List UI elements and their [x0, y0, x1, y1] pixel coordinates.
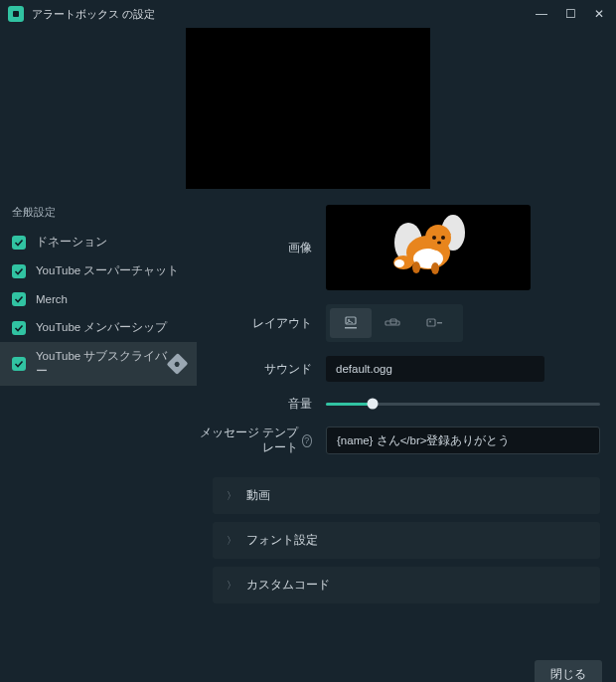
accordion-video[interactable]: 〉 動画 [213, 477, 600, 514]
checkbox-icon[interactable] [12, 292, 26, 306]
label-layout: レイアウト [197, 316, 326, 331]
sound-input[interactable] [326, 356, 544, 382]
svg-point-10 [412, 261, 420, 273]
content: 画像 [197, 195, 616, 650]
help-icon[interactable]: ? [302, 434, 312, 447]
accordion-custom-code[interactable]: 〉 カスタムコード [213, 567, 600, 603]
svg-point-9 [394, 259, 404, 267]
svg-point-6 [441, 236, 445, 240]
titlebar: アラートボックス の設定 — ☐ ✕ [0, 0, 616, 28]
sidebar-item-label: YouTube スーパーチャット [36, 263, 179, 278]
label-message-template: メッセージ テンプレート ? [197, 426, 326, 455]
checkbox-icon[interactable] [12, 236, 26, 250]
chevron-right-icon: 〉 [227, 489, 236, 503]
sidebar-item-youtube-membership[interactable]: YouTube メンバーシップ [0, 313, 197, 342]
sidebar-item-label: YouTube メンバーシップ [36, 320, 167, 335]
row-volume: 音量 [197, 396, 600, 412]
layout-option-side[interactable] [413, 308, 455, 338]
sidebar-item-label: Merch [36, 293, 68, 305]
sidebar-header: 全般設定 [0, 195, 197, 228]
svg-point-4 [425, 225, 451, 251]
sidebar-item-label: ドネーション [36, 235, 107, 250]
sidebar-item-youtube-subscriber[interactable]: YouTube サブスクライバー [0, 342, 197, 386]
svg-rect-17 [427, 319, 435, 326]
layout-option-top[interactable] [330, 308, 372, 338]
svg-rect-14 [345, 327, 357, 329]
window-title: アラートボックス の設定 [32, 7, 536, 22]
footer: 閉じる [0, 650, 616, 682]
row-message-template: メッセージ テンプレート ? [197, 426, 600, 455]
svg-point-11 [431, 262, 439, 274]
image-preview[interactable] [326, 205, 531, 290]
sidebar-item-youtube-superchat[interactable]: YouTube スーパーチャット [0, 256, 197, 285]
sidebar-item-label: YouTube サブスクライバー [36, 349, 170, 379]
sidebar-item-merch[interactable]: Merch [0, 285, 197, 313]
app-icon [8, 6, 24, 22]
checkbox-icon[interactable] [12, 321, 26, 335]
svg-point-5 [432, 236, 436, 240]
alert-preview [186, 28, 430, 189]
row-sound: サウンド [197, 356, 600, 382]
svg-point-7 [437, 242, 441, 245]
message-template-input[interactable] [326, 426, 600, 454]
label-volume: 音量 [197, 397, 326, 412]
maximize-button[interactable]: ☐ [565, 7, 576, 21]
minimize-button[interactable]: — [536, 7, 547, 21]
close-button[interactable]: 閉じる [535, 660, 602, 682]
sidebar: 全般設定 ドネーション YouTube スーパーチャット Merch YouTu… [0, 195, 197, 650]
svg-rect-19 [437, 322, 442, 324]
accordion-label: 動画 [246, 488, 270, 503]
label-sound: サウンド [197, 362, 326, 377]
row-layout: レイアウト [197, 304, 600, 342]
accordion-label: フォント設定 [246, 533, 318, 548]
chevron-right-icon: 〉 [227, 579, 236, 593]
window-controls: — ☐ ✕ [536, 7, 608, 21]
volume-slider[interactable] [326, 396, 600, 412]
accordion-font-settings[interactable]: 〉 フォント設定 [213, 522, 600, 559]
main: 全般設定 ドネーション YouTube スーパーチャット Merch YouTu… [0, 195, 616, 650]
chevron-right-icon: 〉 [227, 534, 236, 548]
layout-options [326, 304, 463, 342]
row-image: 画像 [197, 205, 600, 290]
fox-character-icon [384, 213, 473, 282]
checkbox-icon[interactable] [12, 357, 26, 371]
accordion-label: カスタムコード [246, 578, 330, 593]
layout-option-banner[interactable] [372, 308, 413, 338]
label-image: 画像 [197, 241, 326, 256]
preview-area [0, 28, 616, 195]
checkbox-icon[interactable] [12, 264, 26, 278]
svg-point-18 [429, 321, 431, 323]
close-window-button[interactable]: ✕ [594, 7, 604, 21]
sidebar-item-donation[interactable]: ドネーション [0, 228, 197, 256]
